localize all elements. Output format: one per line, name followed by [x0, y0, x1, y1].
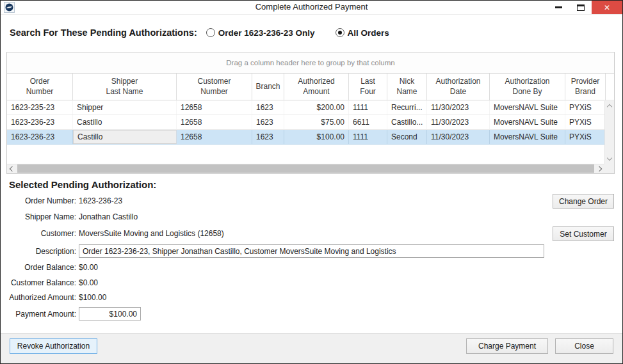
grid-cell-authorization-done-by[interactable]: MoversNAVL Suite — [490, 115, 565, 129]
grid-row-0[interactable]: 1623-235-23Shipper126581623$200.001111Re… — [7, 100, 614, 115]
grid-cell-shipper-last-name[interactable]: Castillo — [73, 115, 177, 129]
column-header-provider-brand[interactable]: ProviderBrand — [565, 74, 606, 100]
title-bar: Complete Authorized Payment ✕ — [1, 1, 622, 15]
radio-button-icon — [206, 28, 215, 37]
grid-header-row: OrderNumberShipperLast NameCustomerNumbe… — [7, 74, 614, 100]
grid-cell-order-number[interactable]: 1623-236-23 — [7, 130, 73, 144]
grid-cell-customer-number[interactable]: 12658 — [177, 100, 252, 115]
customer-balance-label: Customer Balance: — [4, 278, 76, 287]
customer-balance-row: Customer Balance: $0.00 — [4, 278, 98, 287]
grid-cell-order-number[interactable]: 1623-236-23 — [7, 115, 73, 129]
authorized-amount-value: $100.00 — [79, 293, 106, 302]
order-balance-row: Order Balance: $0.00 — [4, 263, 98, 272]
grid-rows: 1623-235-23Shipper126581623$200.001111Re… — [7, 100, 614, 145]
search-options-row: Search For These Pending Authorizations:… — [10, 26, 389, 39]
radio-button-icon — [336, 28, 344, 37]
grid-cell-last-four[interactable]: 1111 — [349, 100, 387, 115]
grid-cell-authorization-done-by[interactable]: MoversNAVL Suite — [490, 100, 565, 115]
grid-cell-authorized-amount[interactable]: $100.00 — [284, 130, 349, 144]
pending-authorizations-grid: Drag a column header here to group by th… — [6, 52, 615, 174]
description-row: Description: — [4, 244, 544, 258]
order-balance-label: Order Balance: — [4, 263, 76, 272]
grid-cell-provider-brand[interactable]: PYXiS — [565, 100, 606, 115]
payment-amount-input[interactable] — [79, 307, 141, 320]
grid-cell-customer-number[interactable]: 12658 — [177, 130, 252, 144]
grid-cell-authorization-date[interactable]: 11/30/2023 — [427, 100, 490, 115]
grid-cell-authorization-date[interactable]: 11/30/2023 — [427, 130, 490, 144]
horizontal-scroll-thumb[interactable] — [17, 164, 594, 173]
grid-cell-nick-name[interactable]: Second — [387, 130, 427, 144]
close-icon: ✕ — [604, 3, 610, 12]
grid-cell-customer-number[interactable]: 12658 — [177, 115, 252, 129]
grid-cell-order-number[interactable]: 1623-235-23 — [7, 100, 73, 115]
close-button[interactable]: ✕ — [592, 1, 622, 14]
column-header-authorization-date[interactable]: AuthorizationDate — [427, 74, 490, 100]
vertical-scrollbar[interactable] — [604, 101, 614, 164]
grid-cell-nick-name[interactable]: Recurri... — [387, 100, 427, 115]
grid-cell-authorization-done-by[interactable]: MoversNAVL Suite — [490, 130, 565, 144]
section-heading: Selected Pending Authorization: — [9, 179, 156, 190]
scroll-left-icon — [10, 166, 15, 171]
description-input[interactable] — [79, 244, 544, 258]
order-number-value: 1623-236-23 — [79, 196, 122, 205]
customer-row: Customer: MoversSuite Moving and Logisti… — [4, 229, 224, 238]
shipper-name-label: Shipper Name: — [4, 212, 76, 221]
grid-cell-shipper-last-name[interactable]: Shipper — [73, 100, 177, 115]
scroll-right-icon — [597, 166, 602, 171]
scroll-left-button[interactable] — [7, 164, 17, 173]
column-header-filler — [606, 74, 614, 100]
payment-amount-label: Payment Amount: — [4, 310, 76, 319]
customer-balance-value: $0.00 — [79, 278, 98, 287]
column-header-customer-number[interactable]: CustomerNumber — [177, 74, 252, 100]
scroll-up-icon[interactable] — [607, 104, 612, 109]
scrollbar-corner — [604, 164, 614, 173]
grid-cell-branch[interactable]: 1623 — [252, 130, 284, 144]
authorized-amount-row: Authorized Amount: $100.00 — [4, 293, 106, 302]
dialog-complete-authorized-payment: Complete Authorized Payment ✕ Search For… — [0, 0, 623, 364]
maximize-icon — [577, 4, 585, 11]
authorized-amount-label: Authorized Amount: — [4, 293, 76, 302]
window-title: Complete Authorized Payment — [1, 2, 622, 12]
grid-cell-shipper-last-name[interactable]: Castillo — [73, 130, 177, 144]
order-balance-value: $0.00 — [79, 263, 98, 272]
payment-amount-row: Payment Amount: — [4, 307, 141, 320]
order-number-row: Order Number: 1623-236-23 — [4, 196, 122, 205]
grid-cell-authorization-date[interactable]: 11/30/2023 — [427, 115, 490, 129]
change-order-button[interactable]: Change Order — [553, 194, 614, 209]
charge-payment-button[interactable]: Charge Payment — [466, 338, 548, 354]
grid-cell-last-four[interactable]: 6611 — [349, 115, 387, 129]
grid-cell-authorized-amount[interactable]: $200.00 — [284, 100, 349, 115]
column-header-shipper-last-name[interactable]: ShipperLast Name — [73, 74, 177, 100]
set-customer-button[interactable]: Set Customer — [553, 226, 614, 241]
grid-row-2[interactable]: 1623-236-23Castillo126581623$100.001111S… — [7, 130, 614, 145]
maximize-button[interactable] — [571, 1, 590, 14]
radio-order-only[interactable]: Order 1623-236-23 Only — [206, 28, 315, 38]
scroll-down-icon[interactable] — [607, 155, 612, 161]
column-header-nick-name[interactable]: NickName — [387, 74, 427, 100]
grid-cell-authorized-amount[interactable]: $75.00 — [284, 115, 349, 129]
column-header-last-four[interactable]: LastFour — [349, 74, 387, 100]
radio-all-orders[interactable]: All Orders — [336, 28, 389, 38]
group-by-panel[interactable]: Drag a column header here to group by th… — [7, 52, 614, 74]
revoke-authorization-button[interactable]: Revoke Authorization — [10, 338, 97, 354]
minimize-button[interactable] — [549, 1, 568, 14]
column-header-authorization-done-by[interactable]: AuthorizationDone By — [490, 74, 565, 100]
grid-cell-nick-name[interactable]: Castillo... — [387, 115, 427, 129]
description-label: Description: — [4, 247, 76, 256]
column-header-order-number[interactable]: OrderNumber — [7, 74, 73, 100]
grid-cell-last-four[interactable]: 1111 — [349, 130, 387, 144]
shipper-name-value: Jonathan Castillo — [79, 212, 138, 221]
close-dialog-button[interactable]: Close — [555, 338, 613, 354]
column-header-branch[interactable]: Branch — [252, 74, 284, 100]
customer-value: MoversSuite Moving and Logistics (12658) — [79, 229, 224, 238]
column-header-authorized-amount[interactable]: AuthorizedAmount — [284, 74, 349, 100]
horizontal-scrollbar[interactable] — [7, 164, 604, 173]
grid-cell-branch[interactable]: 1623 — [252, 100, 284, 115]
grid-cell-provider-brand[interactable]: PYXiS — [565, 115, 606, 129]
grid-cell-provider-brand[interactable]: PYXiS — [565, 130, 606, 144]
grid-cell-branch[interactable]: 1623 — [252, 115, 284, 129]
shipper-name-row: Shipper Name: Jonathan Castillo — [4, 212, 138, 221]
search-label: Search For These Pending Authorizations: — [10, 28, 197, 38]
grid-row-1[interactable]: 1623-236-23Castillo126581623$75.006611Ca… — [7, 115, 614, 130]
scroll-right-button[interactable] — [595, 164, 604, 173]
